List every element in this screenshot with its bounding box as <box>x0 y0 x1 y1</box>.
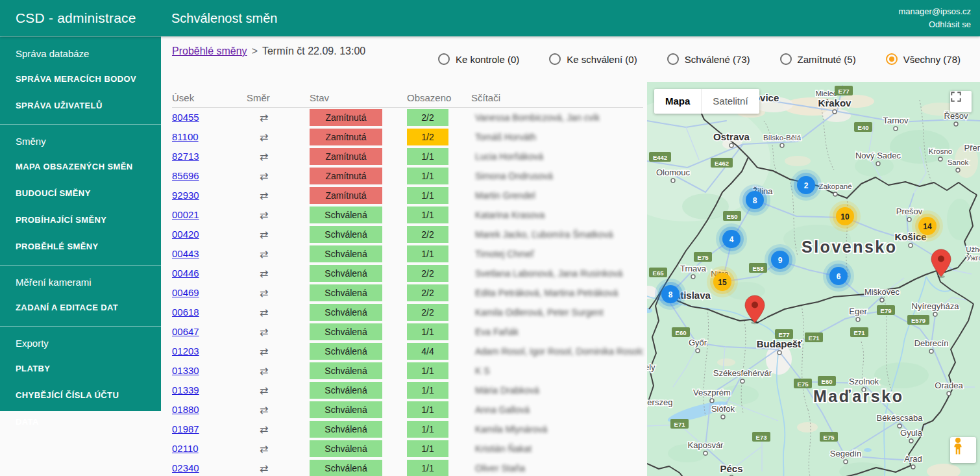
cluster-marker-blue[interactable]: 2 <box>790 169 822 201</box>
cluster-marker-blue[interactable]: 6 <box>823 260 854 292</box>
map-city-label: Szolnok <box>849 377 879 386</box>
cell-obsazeno: 2/2 <box>407 265 471 282</box>
table-row: 00446⇄Schválená2/2Svetlana Labonová, Jan… <box>172 264 643 283</box>
section-link[interactable]: 01330 <box>172 365 199 376</box>
filter-option[interactable]: Ke kontrole (0) <box>438 53 519 65</box>
sidebar-section-label: Měření kamerami <box>0 267 161 294</box>
filter-option[interactable]: Všechny (78) <box>886 53 961 65</box>
sidebar-item[interactable]: SPRÁVA UŽIVATELŮ <box>0 92 161 119</box>
section-link[interactable]: 80455 <box>172 112 199 123</box>
radio-icon[interactable] <box>549 53 561 65</box>
column-header: Stav <box>310 92 407 103</box>
sidebar-item[interactable]: MAPA OBSAZENÝCH SMĚN <box>0 153 161 180</box>
section-link[interactable]: 00021 <box>172 209 199 220</box>
breadcrumb-link[interactable]: Proběhlé směny <box>172 45 247 56</box>
filter-option[interactable]: Zamítnuté (5) <box>780 53 856 65</box>
section-link[interactable]: 92930 <box>172 190 199 201</box>
map-city-dot <box>741 379 744 383</box>
map-city-label: Sanok <box>948 158 969 166</box>
cell-stav: Zamítnutá <box>310 109 407 126</box>
logout-link[interactable]: Odhlásit se <box>899 18 971 31</box>
sidebar-item[interactable]: BUDOUCÍ SMĚNY <box>0 180 161 207</box>
table-row: 00420⇄Schválená2/2Marek Jacko, Ľubomíra … <box>172 225 643 244</box>
cell-stav: Schválená <box>310 245 407 262</box>
cell-smer: ⇄ <box>247 365 310 377</box>
section-link[interactable]: 01880 <box>172 404 199 415</box>
filter-option[interactable]: Ke schválení (0) <box>549 53 637 65</box>
section-link[interactable]: 00443 <box>172 248 199 259</box>
pegman-button[interactable] <box>950 437 976 463</box>
cluster-marker-yellow[interactable]: 10 <box>829 201 861 232</box>
red-pin-marker[interactable] <box>931 249 951 278</box>
cell-obsazeno: 2/2 <box>407 284 471 301</box>
section-link[interactable]: 00647 <box>172 326 199 337</box>
occupancy-badge: 1/2 <box>407 129 448 145</box>
cluster-marker-yellow[interactable]: 15 <box>707 266 738 297</box>
section-link[interactable]: 02110 <box>172 443 199 454</box>
map-type-satellite-button[interactable]: Satelitní <box>701 89 759 114</box>
section-link[interactable]: 01339 <box>172 384 199 395</box>
cell-obsazeno: 1/1 <box>407 440 471 457</box>
map-city-dot <box>691 275 695 279</box>
occupancy-badge: 2/2 <box>407 284 448 301</box>
occupancy-badge: 1/1 <box>407 460 448 476</box>
column-header: Sčítači <box>471 92 643 103</box>
section-link[interactable]: 00446 <box>172 268 199 279</box>
table-row: 82713⇄Zamítnutá1/1Lucia Horňáková <box>172 147 643 166</box>
radio-selected-icon[interactable] <box>886 53 898 65</box>
section-link[interactable]: 01987 <box>172 423 199 434</box>
occupancy-badge: 1/1 <box>407 401 448 418</box>
map-panel[interactable]: MielecKatoviceKrakovTarnovŘešovOstravaBí… <box>647 82 980 476</box>
section-link[interactable]: 02340 <box>172 462 199 473</box>
radio-icon[interactable] <box>667 53 679 65</box>
sidebar-item[interactable]: PLATBY <box>0 355 161 382</box>
map-city-label: Oradea <box>935 381 963 390</box>
cell-usek: 00618 <box>172 307 247 318</box>
sidebar-section: SměnyMAPA OBSAZENÝCH SMĚNBUDOUCÍ SMĚNYPR… <box>0 124 161 265</box>
sidebar-item[interactable]: PROBÍHAJÍCÍ SMĚNY <box>0 207 161 233</box>
status-badge: Schválená <box>310 323 382 340</box>
sidebar-item[interactable]: SPRÁVA MERACÍCH BODOV <box>0 66 161 92</box>
radio-icon[interactable] <box>438 53 450 65</box>
sidebar-item[interactable]: DATA <box>0 408 161 435</box>
section-link[interactable]: 81100 <box>172 131 199 142</box>
pegman-icon <box>950 437 966 455</box>
radio-icon[interactable] <box>780 53 792 65</box>
cluster-marker-blue[interactable]: 9 <box>765 244 796 275</box>
sidebar-item[interactable]: ZADANÍ A EDITACE DAT <box>0 294 161 321</box>
map-city-dot <box>909 439 913 443</box>
section-link[interactable]: 00469 <box>172 287 199 298</box>
sidebar-item[interactable]: CHYBĚJÍCÍ ČÍSLA ÚČTU <box>0 382 161 408</box>
status-badge: Schválená <box>310 460 382 476</box>
map-canvas[interactable]: MielecKatoviceKrakovTarnovŘešovOstravaBí… <box>647 82 980 476</box>
direction-swap-icon: ⇄ <box>247 444 268 455</box>
section-link[interactable]: 00420 <box>172 229 199 240</box>
cluster-marker-yellow[interactable]: 14 <box>912 210 943 242</box>
cell-smer: ⇄ <box>247 268 310 280</box>
fullscreen-button[interactable] <box>950 91 972 112</box>
cell-usek: 80455 <box>172 112 247 123</box>
status-badge: Schválená <box>310 207 382 223</box>
section-link[interactable]: 85696 <box>172 170 199 181</box>
section-link[interactable]: 82713 <box>172 151 199 162</box>
map-type-map-button[interactable]: Mapa <box>654 89 701 114</box>
map-city-dot <box>844 460 848 464</box>
map-city-dot <box>778 351 781 355</box>
cell-usek: 01203 <box>172 345 247 357</box>
map-city-label: Békéscsaba <box>877 413 924 423</box>
map-city-dot <box>938 157 942 161</box>
cluster-marker-blue[interactable]: 8 <box>655 279 686 310</box>
filter-option[interactable]: Schválené (73) <box>667 53 750 65</box>
cell-smer: ⇄ <box>247 345 310 358</box>
sidebar-item[interactable]: PROBĚHLÉ SMĚNY <box>0 233 161 260</box>
section-link[interactable]: 00618 <box>172 307 199 318</box>
status-badge: Zamítnutá <box>310 148 382 165</box>
cluster-marker-blue[interactable]: 8 <box>739 184 770 216</box>
map-city-dot <box>933 312 937 316</box>
cell-usek: 01880 <box>172 404 247 416</box>
cell-usek: 02340 <box>172 462 247 474</box>
cluster-marker-blue[interactable]: 4 <box>716 223 747 255</box>
section-link[interactable]: 01203 <box>172 345 199 357</box>
road-badge: E60 <box>672 327 690 337</box>
direction-swap-icon: ⇄ <box>247 151 268 162</box>
